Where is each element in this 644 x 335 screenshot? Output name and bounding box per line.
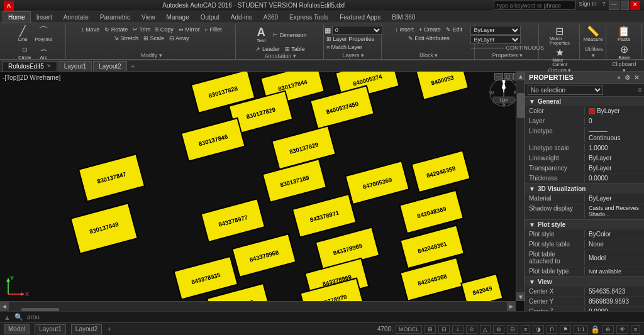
tab-parametric[interactable]: Parametric [94, 11, 136, 23]
leader-btn[interactable]: ↗ Leader [253, 45, 282, 53]
3dviz-header[interactable]: ▼ 3D Visualization [525, 184, 644, 194]
cmd-input[interactable] [27, 314, 640, 321]
match-btn[interactable]: ⊟MatchProperties [548, 26, 572, 46]
make-current-btn[interactable]: ★MakeCurrent [550, 47, 569, 67]
scrollbar-horizontal[interactable]: ◄ ► [0, 301, 516, 311]
layer-val[interactable]: 0 [585, 117, 644, 125]
isolate-btn[interactable]: 👁 [616, 325, 628, 334]
scroll-thumb-h[interactable] [21, 308, 59, 312]
move-btn[interactable]: ↕ Move [79, 26, 101, 33]
color-selector[interactable]: ByLayer [470, 26, 521, 35]
paste-btn[interactable]: 📋Paste [615, 26, 633, 43]
tab-manage[interactable]: Manage [161, 11, 195, 23]
tab-home[interactable]: Home [3, 11, 31, 23]
cx-val[interactable]: 554635.8423 [585, 287, 644, 295]
prop-toggle-btn[interactable]: « [616, 74, 622, 81]
doc-tab-layout1[interactable]: Layout1 [58, 61, 92, 71]
tab-a360[interactable]: A360 [258, 11, 284, 23]
arc-btn[interactable]: ⌢Arc [35, 44, 52, 61]
add-layout-btn[interactable]: + [107, 325, 111, 334]
dynin-btn[interactable]: ⊟ [507, 325, 518, 334]
copy-btn[interactable]: ⎘ Copy [153, 26, 175, 33]
lock-icon[interactable]: 🔒 [591, 325, 600, 334]
linetype-val[interactable]: ——— Continuous [585, 127, 644, 142]
dimension-btn[interactable]: ⊢ Dimension [271, 31, 308, 39]
table-btn[interactable]: ⊞ Table [283, 45, 307, 53]
linetype-selector[interactable]: ByLayer [470, 35, 521, 44]
close-btn[interactable]: ✕ [630, 1, 640, 10]
transparency-val[interactable]: ByLayer [585, 164, 644, 172]
viewport[interactable]: 830137828 830137844 840005374 8400053 83… [0, 72, 525, 311]
tab-insert[interactable]: Insert [31, 11, 58, 23]
hardware-accel-btn[interactable]: ⊕ [602, 325, 614, 334]
plotstyle-val[interactable]: ByColor [585, 230, 644, 238]
grid-btn[interactable]: ⊞ [425, 325, 436, 334]
layout2-tab[interactable]: Layout2 [71, 324, 103, 334]
text-btn[interactable]: AText [252, 26, 270, 44]
insert-btn[interactable]: ↓ Insert [394, 26, 416, 33]
tab-addins[interactable]: Add-ins [225, 11, 258, 23]
tab-featured[interactable]: Featured Apps [334, 11, 386, 23]
scroll-right-btn[interactable]: ► [507, 302, 516, 312]
help-btn[interactable]: ? [601, 1, 608, 10]
measure-btn[interactable]: 📏Measure [582, 26, 605, 43]
prop-close-btn[interactable]: ✕ [633, 74, 640, 81]
ltscale-val[interactable]: 1.0000 [585, 144, 644, 152]
base-btn[interactable]: ⊕Base [615, 44, 633, 61]
shadow-val[interactable]: Casts and Receives Shado... [585, 204, 644, 218]
match-layer-btn[interactable]: ≡ Match Layer [325, 43, 364, 51]
select-cycle-btn[interactable]: ⊓ [547, 325, 557, 334]
create-btn[interactable]: + Create [417, 26, 443, 33]
maximize-btn[interactable]: □ [621, 1, 629, 10]
new-tab-btn[interactable]: + [131, 62, 135, 70]
model-tab[interactable]: Model [4, 324, 30, 334]
cz-val[interactable]: 0.0000 [585, 307, 644, 311]
scale-btn[interactable]: ⊞ Scale [142, 35, 166, 42]
array-btn[interactable]: ⊟ Array [167, 35, 191, 42]
isnap-btn[interactable]: △ [480, 325, 491, 334]
scroll-thumb-v[interactable] [517, 93, 525, 118]
scroll-left-btn[interactable]: ◄ [0, 302, 9, 312]
scrollbar-vertical[interactable]: ▲ ▼ [516, 72, 525, 301]
prop-settings-btn[interactable]: ⚙ [623, 74, 631, 81]
tab-view[interactable]: View [136, 11, 161, 23]
doc-tab-main[interactable]: RofulosEdif5 ✕ [3, 61, 57, 71]
customize-btn[interactable]: ≡ [631, 325, 640, 334]
layout1-tab[interactable]: Layout1 [35, 324, 66, 334]
layer-selector[interactable]: 0 [332, 26, 382, 35]
tab-express[interactable]: Express Tools [284, 11, 334, 23]
polar-btn[interactable]: ⊙ [466, 325, 477, 334]
color-val[interactable]: ByLayer [585, 107, 644, 115]
psta-val[interactable]: Model [585, 250, 644, 265]
lineweight-val[interactable]: ByLayer [585, 154, 644, 162]
scroll-up-btn[interactable]: ▲ [516, 72, 525, 80]
tab-annotate[interactable]: Annotate [58, 11, 94, 23]
ortho-btn[interactable]: ⊥ [452, 325, 464, 334]
polyline-btn[interactable]: ⌒Polyline [33, 26, 54, 43]
general-header[interactable]: ▼ General [525, 97, 644, 106]
layer-properties-btn[interactable]: ⊞ Layer Properties [325, 35, 377, 43]
view-header[interactable]: ▼ View [525, 277, 644, 287]
search-input[interactable] [494, 1, 575, 10]
cmd-expand-btn[interactable]: ▲ [4, 314, 11, 321]
tab-close-icon[interactable]: ✕ [47, 63, 52, 69]
otrack-btn[interactable]: ⊚ [493, 325, 504, 334]
rotate-btn[interactable]: ↻ Rotate [103, 26, 130, 33]
snap-btn[interactable]: ⊡ [438, 325, 450, 334]
transparency-toggle[interactable]: ◑ [533, 325, 544, 334]
tab-bim[interactable]: BIM 360 [386, 11, 421, 23]
scroll-down-btn[interactable]: ▼ [516, 292, 525, 301]
edit-attributes-btn[interactable]: ✎ Edit Attributes [406, 35, 452, 42]
material-val[interactable]: ByLayer [585, 194, 644, 202]
edit-btn[interactable]: ✎ Edit [444, 26, 464, 33]
tab-output[interactable]: Output [195, 11, 225, 23]
cy-val[interactable]: 8569839.9593 [585, 297, 644, 305]
thickness-val[interactable]: 0.0000 [585, 174, 644, 182]
trim-btn[interactable]: ✂ Trim [131, 26, 152, 33]
pstt-val[interactable]: Not available [585, 267, 644, 275]
selection-dropdown[interactable]: No selection [528, 85, 603, 95]
sign-in[interactable]: Sign In [577, 1, 599, 10]
minimize-btn[interactable]: — [609, 1, 619, 10]
line-btn[interactable]: ╱Line [14, 26, 31, 43]
lineweight-toggle[interactable]: ≡ [521, 325, 530, 334]
